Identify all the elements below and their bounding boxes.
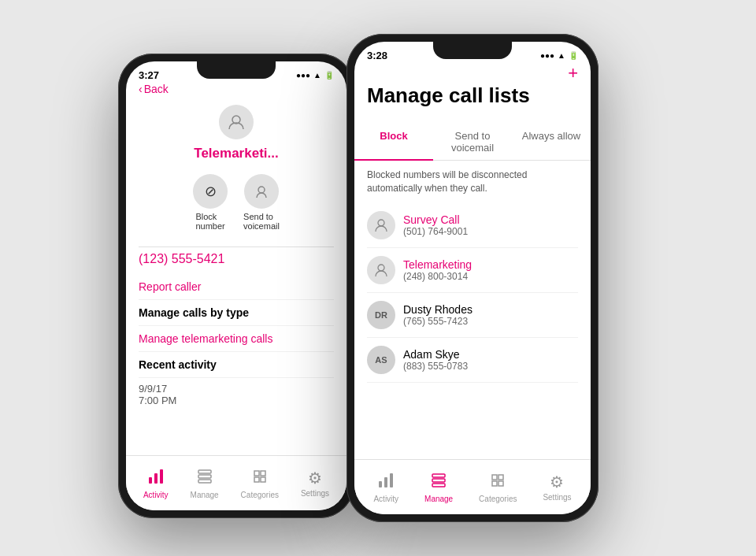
page-title: Manage call lists <box>367 83 578 108</box>
caller-avatar <box>219 105 254 139</box>
blocked-notice: Blocked numbers will be disconnected aut… <box>354 169 591 203</box>
call-item-telemarketing[interactable]: Telemarketing (248) 800-3014 <box>367 248 578 293</box>
phone-2: 3:28 ●●● ▲ 🔋 + Manage call lists Block S… <box>346 34 598 522</box>
dusty-name: Dusty Rhodes <box>403 303 472 316</box>
dusty-avatar: DR <box>367 301 395 329</box>
time-1: 3:27 <box>139 69 159 81</box>
phone-1-screen: 3:27 ●●● ▲ 🔋 ‹ Back Te <box>126 61 346 510</box>
nav-settings-1[interactable]: ⚙ Settings <box>301 469 329 498</box>
bottom-nav-1: Activity Manage <box>126 455 346 510</box>
action-buttons: ⊘ Blocknumber Send tovoicemail <box>139 174 334 231</box>
nav-activity-1[interactable]: Activity <box>143 468 169 499</box>
nav-manage-2[interactable]: Manage <box>424 472 453 503</box>
back-button[interactable]: ‹ Back <box>139 83 334 95</box>
manage-icon-2 <box>430 472 447 493</box>
recent-time: 7:00 PM <box>139 395 334 406</box>
report-caller-item[interactable]: Report caller <box>139 274 334 300</box>
svg-rect-14 <box>432 479 445 482</box>
svg-rect-10 <box>379 481 382 487</box>
svg-rect-7 <box>198 480 211 483</box>
svg-rect-2 <box>149 477 152 484</box>
svg-rect-12 <box>390 473 393 487</box>
categories-icon-1 <box>251 468 269 489</box>
svg-point-1 <box>258 187 265 193</box>
bottom-nav-2: Activity Manage <box>354 459 591 514</box>
nav-activity-2[interactable]: Activity <box>373 472 398 503</box>
survey-name: Survey Call <box>403 213 468 226</box>
status-icons-2: ●●● ▲ 🔋 <box>540 51 578 60</box>
nav-manage-1[interactable]: Manage <box>191 468 219 499</box>
activity-icon-2 <box>377 472 395 493</box>
nav-categories-1[interactable]: Categories <box>241 468 279 499</box>
add-button[interactable]: + <box>568 63 578 83</box>
svg-rect-4 <box>160 469 163 484</box>
call-item-dusty[interactable]: DR Dusty Rhodes (765) 555-7423 <box>367 293 578 338</box>
voicemail-button[interactable]: Send tovoicemail <box>243 174 280 231</box>
svg-rect-3 <box>154 473 158 484</box>
svg-point-8 <box>378 220 384 226</box>
adam-info: Adam Skye (883) 555-0783 <box>403 348 468 372</box>
svg-rect-15 <box>432 484 445 487</box>
dusty-info: Dusty Rhodes (765) 555-7423 <box>403 303 472 327</box>
svg-rect-13 <box>432 474 445 477</box>
notch-2 <box>433 42 512 59</box>
block-number-button[interactable]: ⊘ Blocknumber <box>193 174 228 231</box>
block-icon: ⊘ <box>193 174 228 209</box>
call-list: Survey Call (501) 764-9001 Telemarketing… <box>354 203 591 383</box>
call-item-adam[interactable]: AS Adam Skye (883) 555-0783 <box>367 338 578 383</box>
settings-icon-2: ⚙ <box>550 473 564 491</box>
tab-always-allow[interactable]: Always allow <box>512 124 591 160</box>
svg-rect-5 <box>198 470 211 473</box>
nav-settings-2[interactable]: ⚙ Settings <box>543 473 571 502</box>
tab-bar: Block Send to voicemail Always allow <box>354 124 591 161</box>
svg-rect-6 <box>198 475 211 478</box>
notch-1 <box>197 61 276 79</box>
tab-voicemail[interactable]: Send to voicemail <box>433 124 512 160</box>
categories-icon-2 <box>489 472 506 493</box>
telemarketing-name: Telemarketing <box>403 258 472 271</box>
manage-telemarketing-item[interactable]: Manage telemarketing calls <box>139 326 334 352</box>
nav-categories-2[interactable]: Categories <box>479 472 517 503</box>
survey-info: Survey Call (501) 764-9001 <box>403 213 468 237</box>
survey-number: (501) 764-9001 <box>403 226 468 237</box>
telemarketing-number: (248) 800-3014 <box>403 271 472 282</box>
svg-rect-11 <box>384 477 387 487</box>
person-icon <box>228 113 245 131</box>
recent-date: 9/9/17 <box>139 383 334 395</box>
telemarketing-avatar <box>367 256 395 284</box>
telemarketing-info: Telemarketing (248) 800-3014 <box>403 258 472 282</box>
dusty-number: (765) 555-7423 <box>403 316 472 327</box>
adam-avatar: AS <box>367 346 395 374</box>
settings-icon-1: ⚙ <box>308 469 322 487</box>
caller-name: Telemarketi... <box>139 146 334 161</box>
adam-number: (883) 555-0783 <box>403 361 468 372</box>
phone-number: (123) 555-5421 <box>139 252 334 266</box>
activity-icon-1 <box>147 468 165 489</box>
time-2: 3:28 <box>367 50 387 61</box>
phone-2-screen: 3:28 ●●● ▲ 🔋 + Manage call lists Block S… <box>354 42 591 514</box>
status-icons-1: ●●● ▲ 🔋 <box>296 71 334 80</box>
tab-block[interactable]: Block <box>354 124 433 160</box>
divider-1 <box>139 246 334 247</box>
phone-2-header: + Manage call lists <box>354 63 591 124</box>
manage-icon-1 <box>196 468 213 489</box>
manage-calls-item[interactable]: Manage calls by type <box>139 300 334 326</box>
phone-1-content: ‹ Back Telemarketi... ⊘ Blocknumber <box>126 83 346 406</box>
recent-activity-section: 9/9/17 7:00 PM <box>139 383 334 406</box>
adam-name: Adam Skye <box>403 348 468 361</box>
survey-avatar <box>367 211 395 239</box>
call-item-survey[interactable]: Survey Call (501) 764-9001 <box>367 203 578 248</box>
recent-activity-label: Recent activity <box>139 352 334 378</box>
svg-point-9 <box>378 265 384 271</box>
phone-1: 3:27 ●●● ▲ 🔋 ‹ Back Te <box>118 54 354 518</box>
voicemail-icon <box>244 174 279 209</box>
